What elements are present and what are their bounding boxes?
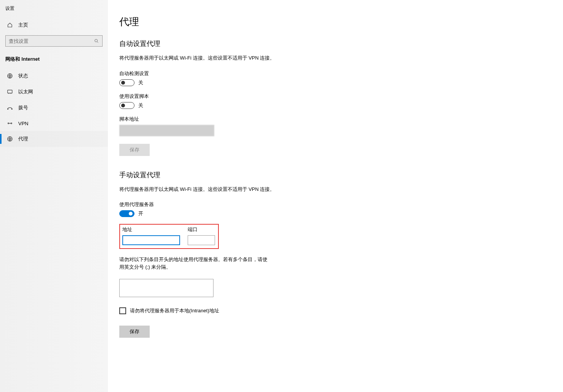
use-script-label: 使用设置脚本 (119, 93, 552, 100)
local-bypass-label: 请勿将代理服务器用于本地(Intranet)地址 (130, 307, 219, 314)
address-label: 地址 (122, 226, 180, 233)
port-input[interactable] (188, 235, 215, 245)
auto-section-title: 自动设置代理 (119, 39, 552, 48)
auto-desc: 将代理服务器用于以太网或 Wi-Fi 连接。这些设置不适用于 VPN 连接。 (119, 54, 309, 62)
use-proxy-label: 使用代理服务器 (119, 201, 552, 208)
sidebar-item-vpn[interactable]: VPN (0, 116, 108, 131)
sidebar-section-label: 网络和 Internet (0, 54, 108, 68)
home-icon (7, 22, 13, 28)
page-title: 代理 (119, 15, 552, 28)
local-bypass-checkbox[interactable] (119, 307, 126, 314)
script-url-input[interactable] (119, 125, 214, 136)
sidebar-item-label: 状态 (18, 72, 28, 79)
svg-rect-4 (8, 90, 12, 93)
sidebar-item-label: VPN (18, 121, 28, 126)
address-input[interactable] (122, 235, 180, 245)
svg-point-8 (11, 109, 12, 109)
manual-desc: 将代理服务器用于以太网或 Wi-Fi 连接。这些设置不适用于 VPN 连接。 (119, 186, 309, 193)
auto-detect-toggle[interactable] (119, 79, 134, 86)
sidebar-item-label: 拨号 (18, 104, 28, 111)
use-script-toggle[interactable] (119, 102, 134, 109)
address-port-highlight: 地址 端口 (119, 224, 219, 249)
sidebar-item-status[interactable]: 状态 (0, 68, 108, 84)
use-proxy-toggle[interactable] (119, 210, 134, 217)
app-title: 设置 (0, 4, 108, 18)
svg-point-10 (11, 123, 12, 124)
main-content: 代理 自动设置代理 将代理服务器用于以太网或 Wi-Fi 连接。这些设置不适用于… (108, 0, 563, 392)
svg-point-7 (8, 109, 8, 109)
script-url-label: 脚本地址 (119, 116, 552, 123)
sidebar-item-dialup[interactable]: 拨号 (0, 100, 108, 116)
home-label: 主页 (18, 22, 28, 28)
manual-section-title: 手动设置代理 (119, 170, 552, 179)
sidebar-item-label: 代理 (18, 135, 28, 142)
exclude-input[interactable] (119, 279, 213, 297)
svg-point-9 (8, 123, 9, 124)
auto-proxy-section: 自动设置代理 将代理服务器用于以太网或 Wi-Fi 连接。这些设置不适用于 VP… (119, 39, 552, 156)
status-icon (7, 73, 13, 79)
exclude-desc: 请勿对以下列条目开头的地址使用代理服务器。若有多个条目，请使用英文分号 (;) … (119, 256, 271, 271)
auto-save-button[interactable]: 保存 (119, 144, 150, 156)
use-script-state: 关 (138, 102, 143, 109)
auto-detect-state: 关 (138, 79, 143, 86)
ethernet-icon (7, 89, 13, 95)
dialup-icon (7, 105, 13, 111)
manual-save-button[interactable]: 保存 (119, 326, 150, 338)
sidebar-item-ethernet[interactable]: 以太网 (0, 84, 108, 100)
home-button[interactable]: 主页 (0, 18, 108, 32)
proxy-icon (7, 136, 13, 142)
use-proxy-state: 开 (138, 210, 143, 217)
sidebar-item-label: 以太网 (18, 88, 33, 95)
port-label: 端口 (188, 226, 215, 233)
manual-proxy-section: 手动设置代理 将代理服务器用于以太网或 Wi-Fi 连接。这些设置不适用于 VP… (119, 170, 552, 338)
search-wrap (0, 32, 108, 54)
sidebar: 设置 主页 网络和 Internet 状态 以太网 拨号 (0, 0, 108, 392)
auto-detect-label: 自动检测设置 (119, 70, 552, 77)
sidebar-item-proxy[interactable]: 代理 (0, 131, 108, 147)
vpn-icon (7, 120, 13, 126)
search-input[interactable] (5, 35, 103, 47)
